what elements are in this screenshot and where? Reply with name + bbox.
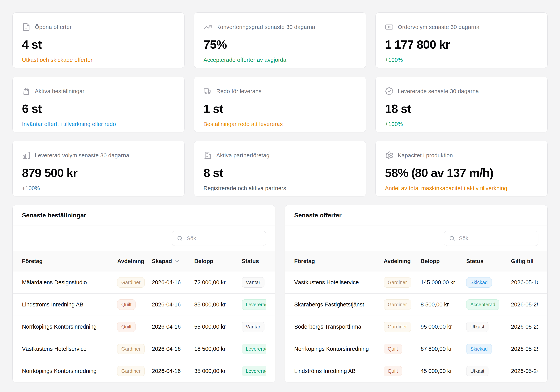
orders-toolbar	[13, 226, 275, 251]
company-cell: Västkustens Hotellservice	[22, 346, 117, 352]
orders-table-header: Företag Avdelning Skapad Belopp Status	[13, 251, 275, 271]
chevron-down-icon	[174, 258, 180, 264]
company-cell: Norrköpings Kontorsinredning	[22, 323, 117, 330]
department-badge: Quilt	[117, 322, 136, 332]
trending-up-icon	[203, 23, 212, 31]
column-header-giltig-till: Giltig till	[511, 258, 538, 264]
created-cell: 2026-04-16	[152, 346, 194, 352]
company-cell: Skarabergs Fastighetstjänst	[294, 302, 384, 308]
department-badge: Quilt	[384, 344, 402, 354]
column-header-belopp: Belopp	[420, 258, 466, 264]
status-badge: Skickad	[466, 277, 492, 288]
company-cell: Norrköpings Kontorsinredning	[294, 346, 384, 352]
kpi-card-active-partners: Aktiva partnerföretag 8 st Registrerade …	[194, 141, 366, 196]
kpi-card-delivered-30-days: Levererade senaste 30 dagarna 18 st +100…	[375, 77, 548, 132]
kpi-subtitle: Registrerade och aktiva partners	[203, 185, 356, 191]
kpi-subtitle: Inväntar offert, i tillverkning eller re…	[22, 121, 175, 127]
table-row[interactable]: Norrköpings Kontorsinredning Gardiner 20…	[13, 360, 275, 382]
amount-cell: 8 500,00 kr	[420, 302, 466, 308]
created-cell: 2026-04-16	[152, 368, 194, 374]
kpi-label: Aktiva partnerföretag	[216, 152, 269, 159]
orders-table-card: Senaste beställningar Företag Avdelning …	[12, 205, 275, 382]
table-row[interactable]: Västkustens Hotellservice Gardiner 2026-…	[13, 338, 275, 360]
amount-cell: 55 000,00 kr	[194, 323, 242, 330]
department-badge: Quilt	[384, 366, 402, 376]
column-header-avdelning: Avdelning	[384, 258, 420, 264]
created-cell: 2026-04-16	[152, 279, 194, 286]
kpi-card-conversion-rate: Konverteringsgrad senaste 30 dagarna 75%…	[194, 12, 366, 68]
kpi-label: Konverteringsgrad senaste 30 dagarna	[216, 24, 315, 30]
kpi-label: Aktiva beställningar	[35, 88, 84, 94]
quotes-search-input[interactable]	[444, 231, 539, 246]
status-badge: Utkast	[466, 366, 489, 376]
amount-cell: 35 000,00 kr	[194, 368, 242, 374]
department-badge: Gardiner	[117, 344, 145, 354]
table-row[interactable]: Västkustens Hotellservice Gardiner 145 0…	[285, 271, 547, 293]
quotes-table-header: Företag Avdelning Belopp Status Giltig t…	[285, 251, 547, 271]
kpi-subtitle: +100%	[385, 121, 538, 127]
table-row[interactable]: Norrköpings Kontorsinredning Quilt 67 80…	[285, 338, 547, 360]
orders-search[interactable]	[172, 231, 266, 246]
table-row[interactable]: Mälardalens Designstudio Gardiner 2026-0…	[13, 271, 275, 293]
status-badge: Levererad	[242, 300, 266, 310]
quotes-table-card: Senaste offerter Företag Avdelning Belop…	[285, 205, 548, 382]
orders-search-input[interactable]	[172, 231, 266, 246]
orders-title: Senaste beställningar	[13, 205, 275, 226]
dashboard: Öppna offerter 4 st Utkast och skickade …	[12, 12, 548, 382]
amount-cell: 85 000,00 kr	[194, 302, 242, 308]
kpi-value: 58% (80 av 137 m/h)	[385, 166, 538, 180]
status-badge: Väntar	[242, 322, 264, 332]
department-badge: Quilt	[117, 300, 136, 310]
column-header-skapad[interactable]: Skapad	[152, 258, 194, 264]
table-row[interactable]: Lindströms Inredning AB Quilt 45 000,00 …	[285, 360, 547, 382]
company-cell: Norrköpings Kontorsinredning	[22, 368, 117, 374]
department-badge: Gardiner	[384, 277, 411, 288]
gear-icon	[385, 151, 394, 160]
department-badge: Gardiner	[384, 322, 411, 332]
kpi-label: Kapacitet i produktion	[398, 152, 453, 159]
tables-section: Senaste beställningar Företag Avdelning …	[12, 205, 548, 382]
table-row[interactable]: Norrköpings Kontorsinredning Quilt 2026-…	[13, 316, 275, 338]
kpi-subtitle: +100%	[22, 185, 175, 191]
kpi-label: Redo för leverans	[216, 88, 261, 94]
kpi-label: Levererade senaste 30 dagarna	[398, 88, 479, 94]
column-header-skapad-label: Skapad	[152, 258, 172, 264]
valid-until-cell: 2026-05-25	[511, 302, 538, 308]
department-badge: Gardiner	[117, 366, 145, 376]
kpi-value: 6 st	[22, 102, 175, 115]
amount-cell: 18 500,00 kr	[194, 346, 242, 352]
valid-until-cell: 2026-05-24	[511, 368, 538, 374]
status-badge: Levererad	[242, 344, 266, 354]
kpi-subtitle: Accepterade offerter av avgjorda	[203, 57, 356, 63]
table-row[interactable]: Skarabergs Fastighetstjänst Gardiner 8 5…	[285, 293, 547, 316]
valid-until-cell: 2026-05-25	[511, 346, 538, 352]
table-row[interactable]: Lindströms Inredning AB Quilt 2026-04-16…	[13, 293, 275, 316]
company-cell: Söderbergs Transportfirma	[294, 323, 384, 330]
file-text-icon	[22, 23, 30, 31]
department-badge: Gardiner	[384, 300, 411, 310]
status-badge: Utkast	[466, 322, 489, 332]
valid-until-cell: 2026-05-10	[511, 279, 538, 286]
kpi-card-ready-for-delivery: Redo för leverans 1 st Beställningar red…	[194, 77, 366, 132]
column-header-foretag: Företag	[22, 258, 117, 264]
created-cell: 2026-04-16	[152, 302, 194, 308]
column-header-foretag: Företag	[294, 258, 384, 264]
status-badge: Skickad	[466, 344, 492, 354]
badge-check-icon	[385, 87, 394, 95]
company-cell: Lindströms Inredning AB	[22, 302, 117, 308]
amount-cell: 95 000,00 kr	[420, 323, 466, 330]
quotes-toolbar	[285, 226, 547, 251]
column-header-belopp: Belopp	[194, 258, 242, 264]
status-badge: Väntar	[242, 277, 264, 288]
kpi-label: Ordervolym senaste 30 dagarna	[398, 24, 480, 30]
building-icon	[203, 151, 212, 160]
table-row[interactable]: Söderbergs Transportfirma Gardiner 95 00…	[285, 316, 547, 338]
company-cell: Västkustens Hotellservice	[294, 279, 384, 286]
kpi-subtitle: Andel av total maskinkapacitet i aktiv t…	[385, 185, 538, 191]
kpi-label: Öppna offerter	[35, 24, 71, 30]
created-cell: 2026-04-16	[152, 323, 194, 330]
quotes-search[interactable]	[444, 231, 539, 246]
company-cell: Lindströms Inredning AB	[294, 368, 384, 374]
truck-icon	[203, 87, 212, 95]
valid-until-cell: 2026-05-21	[511, 323, 538, 330]
